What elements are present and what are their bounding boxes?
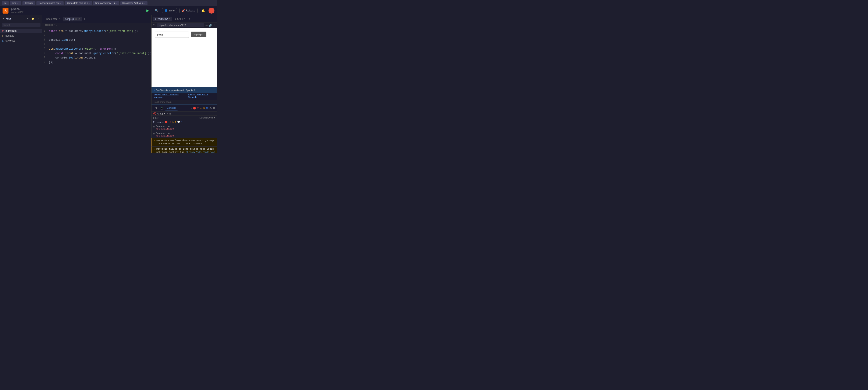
msg-text-2: DevTools failed to load source map: Coul… (156, 148, 215, 153)
filter-input[interactable] (153, 117, 198, 119)
replit-logo[interactable]: R (3, 8, 8, 13)
webview-hola-input[interactable] (155, 32, 189, 38)
code-line-1: 1 const btn = document.querySelector('[d… (42, 29, 151, 33)
replit-header: R prueba andres012002 ▶ 🔍 👤 Invite 🚀 Rel… (0, 6, 217, 15)
code-line-6: 6 const input = document.querySelector('… (42, 51, 151, 56)
user-avatar[interactable] (209, 8, 214, 13)
browser-tab-fre[interactable]: fre (2, 1, 9, 5)
replit-project: prueba andres012002 (11, 7, 25, 14)
webview-toolbar-icons: ✏ 🔗 ↗ (206, 24, 215, 27)
devtools-filter-icon[interactable]: ⊞ (169, 112, 172, 115)
tab-script-close[interactable]: ✕ (78, 18, 80, 20)
issues-error-count: 12 (168, 121, 171, 123)
tab-script-js[interactable]: script.js ⊞ ✕ (63, 17, 83, 22)
dont-show-again[interactable]: Don't show again (152, 100, 217, 105)
devtools-clear-icon[interactable]: 🚫 (153, 112, 156, 115)
issues-error-icon: 🔴 (165, 121, 167, 123)
notification-icon[interactable]: 🔔 (200, 8, 206, 13)
top-selector-label: top (160, 112, 163, 115)
webview-link-icon[interactable]: 🔗 (209, 24, 212, 27)
search-icon[interactable]: 🔍 (154, 8, 160, 13)
files-chevron-icon[interactable]: ▼ (2, 18, 4, 20)
filter-default-levels[interactable]: Default levels ▾ (199, 116, 215, 119)
issues-label: 21 Issues: (153, 121, 164, 123)
devtools-device-icon[interactable]: 📱 (159, 106, 164, 111)
info-count-value: 12 (206, 107, 209, 109)
tab-more-button[interactable]: ⋯ (145, 18, 150, 21)
file-name-script: script.js (5, 34, 14, 37)
invite-button[interactable]: 👤 Invite (162, 8, 177, 13)
warn-icon: ⚠ (200, 107, 202, 110)
browser-tab-traducir[interactable]: Traducir (23, 1, 35, 5)
file-item-script[interactable]: ◻ script.js ⋯ (0, 33, 42, 38)
tab-script-format-icon[interactable]: ⊞ (75, 18, 77, 20)
devtools-settings-icon[interactable]: ⚙ (209, 107, 212, 110)
tab-index-label: index.html (46, 18, 57, 21)
new-folder-icon[interactable]: 📁 (31, 17, 35, 21)
code-line-4: 4 (42, 42, 151, 47)
warn-icon-1: ⚠ (154, 139, 155, 143)
warn-icon-2: ⚠ (154, 148, 155, 151)
release-icon: 🚀 (182, 9, 185, 12)
browser-tab-descargar[interactable]: Descargar Archivo p... (120, 1, 148, 5)
webview-external-icon[interactable]: ↗ (213, 24, 215, 27)
file-name-style: style.css (5, 39, 15, 42)
devtools-tab-console[interactable]: Console (165, 106, 178, 111)
devtools-live-icon[interactable]: ⊙ (157, 112, 159, 115)
run-button[interactable]: ▶ (144, 8, 151, 13)
devtools-close-icon[interactable]: ✕ (213, 107, 215, 110)
search-input[interactable] (2, 23, 40, 27)
devtools-content[interactable]: ✕ Expression not available ✕ Expression … (152, 124, 217, 153)
new-file-icon[interactable]: + (26, 17, 30, 21)
msg-link-2[interactable]: https://cdn.replit.com/_next/static/chun… (156, 151, 215, 153)
devtools-inspect-icon[interactable]: ⊡ (153, 106, 158, 111)
webview-refresh-icon[interactable]: ↻ (153, 24, 156, 27)
editor-tabs: index.html ✕ script.js ⊞ ✕ + ⋯ (42, 15, 151, 23)
msg-text-1: assets/chunks/20401fa07b5ae070a71c.js.ma… (156, 139, 215, 146)
top-selector[interactable]: top ▾ (160, 112, 165, 115)
breadcrumb-script: script.js (45, 24, 53, 26)
tab-add-button[interactable]: + (83, 17, 86, 21)
tab-index-html[interactable]: index.html ✕ (44, 17, 63, 22)
console-msg-2: ⚠ DevTools failed to load source map: Co… (152, 147, 217, 153)
tab-webview[interactable]: ↻ Webview ✕ (153, 17, 172, 21)
invite-label: Invite (168, 9, 175, 12)
webview-tab-close[interactable]: ✕ (168, 18, 170, 20)
webview-content: agregar (152, 28, 217, 87)
file-more-icon[interactable]: ⋯ (36, 17, 40, 21)
devtools-notification: ℹ DevTools is now available in Spanish! (152, 87, 217, 93)
invite-icon: 👤 (164, 9, 167, 12)
notif-text: DevTools is now available in Spanish! (156, 89, 215, 92)
file-item-index[interactable]: ◻ index.html (0, 29, 42, 33)
expression-close-1[interactable]: ✕ (153, 125, 155, 128)
devtools-filter-bar: Default levels ▾ (152, 116, 217, 120)
code-editor[interactable]: 1 const btn = document.querySelector('[d… (42, 27, 151, 153)
tab-shell[interactable]: $ Shell ✕ (173, 17, 187, 21)
webview-tab-label: Webview (157, 18, 167, 20)
file-more-script-icon[interactable]: ⋯ (36, 34, 40, 38)
panel-add-tab-button[interactable]: + (189, 18, 190, 20)
expression-close-2[interactable]: ✕ (153, 132, 155, 136)
issues-warn-icon: ⚠ (172, 121, 174, 123)
webview-toolbar: ↻ ✏ 🔗 ↗ (152, 23, 217, 28)
browser-tab-ning[interactable]: ning-... (10, 1, 22, 5)
js-file-icon: ◻ (2, 34, 4, 37)
tab-index-close[interactable]: ✕ (59, 18, 61, 20)
shell-tab-close[interactable]: ✕ (184, 18, 185, 20)
webview-edit-icon[interactable]: ✏ (206, 24, 208, 27)
browser-tab-cap2[interactable]: Capacitate para el e... (65, 1, 92, 5)
release-button[interactable]: 🚀 Release (180, 8, 197, 13)
file-item-style[interactable]: ◻ style.css (0, 38, 42, 43)
devtools-eye-icon[interactable]: 👁 (166, 112, 168, 115)
html-file-icon: ◻ (2, 29, 4, 32)
notif-link1[interactable]: Always match Chrome's language (154, 93, 186, 98)
devtools-more-tabs[interactable]: » (191, 107, 192, 110)
project-name: prueba (11, 7, 20, 10)
panel-more-button[interactable]: ⋯ (213, 18, 216, 20)
browser-tab-cap1[interactable]: Capacitate para el e... (36, 1, 64, 5)
webview-url-input[interactable] (157, 23, 204, 27)
webview-agregar-button[interactable]: agregar (191, 32, 207, 37)
search-box (0, 22, 42, 28)
notif-link2[interactable]: Switch DevTools to Spanish (188, 93, 215, 98)
browser-tab-khan[interactable]: Khan Academy | Fr... (93, 1, 119, 5)
